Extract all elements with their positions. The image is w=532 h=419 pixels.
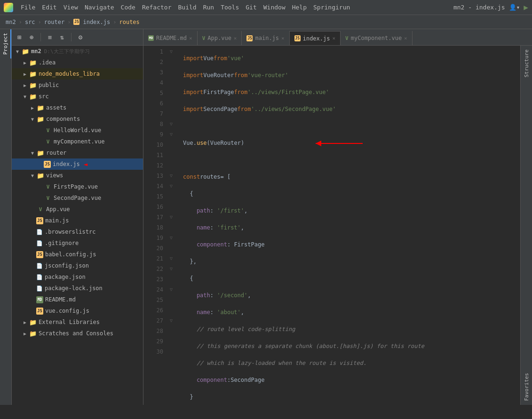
assets-label: assets	[46, 104, 66, 111]
tab-mycomponent[interactable]: V myComponent.vue ×	[341, 31, 413, 45]
menu-window[interactable]: Window	[263, 4, 286, 11]
external-libs-arrow[interactable]: ▶	[21, 320, 29, 325]
code-line-6: Vue.use(VueRouter)	[179, 138, 520, 148]
breadcrumb-router[interactable]: router	[44, 19, 64, 25]
tree-appvue[interactable]: V App.vue	[12, 204, 143, 215]
mycomp-tab-close[interactable]: ×	[404, 35, 407, 41]
appvue-tab-close[interactable]: ×	[234, 35, 237, 41]
tree-helloworld[interactable]: V HelloWorld.vue	[12, 125, 143, 136]
user-icon[interactable]: 👤▾	[509, 4, 520, 11]
file-tree-panel[interactable]: ⊞ ⊕ ≡ ⇅ ⚙ ▼ 📁 mn2 D:\大三下学期学习 ▶ 📁 .idea ▶	[12, 29, 143, 405]
scratches-arrow[interactable]: ▶	[21, 331, 29, 336]
tab-indexjs[interactable]: JS index.js ×	[290, 31, 341, 45]
menu-git[interactable]: Git	[246, 4, 256, 11]
components-folder-icon: 📁	[36, 116, 45, 123]
mainjs-icon: JS	[36, 217, 43, 224]
components-arrow[interactable]: ▼	[29, 117, 36, 122]
idea-folder-icon: 📁	[29, 59, 37, 66]
tree-package[interactable]: 📄 package.json	[12, 271, 143, 283]
tree-indexjs[interactable]: JS index.js ◄	[12, 158, 143, 170]
views-arrow[interactable]: ▼	[29, 173, 36, 178]
tree-gitignore[interactable]: 📄 .gitignore	[12, 237, 143, 249]
indexjs-tab-close[interactable]: ×	[332, 35, 335, 41]
menu-view[interactable]: View	[64, 4, 78, 11]
menu-tools[interactable]: Tools	[221, 4, 239, 11]
menu-build[interactable]: Build	[178, 4, 197, 11]
tab-readme[interactable]: MD README.md ×	[143, 31, 198, 45]
breadcrumb-js-icon: JS	[73, 19, 79, 25]
tree-router[interactable]: ▼ 📁 router	[12, 147, 143, 158]
structure-sidebar: Structure Favorites	[520, 46, 532, 405]
tree-babel[interactable]: JS babel.config.js	[12, 249, 143, 260]
menu-bar: File Edit View Navigate Code Refactor Bu…	[21, 4, 350, 11]
code-line-10: path: '/first',	[179, 206, 520, 216]
expand-icon[interactable]: ⇅	[57, 32, 67, 42]
tree-firstpage[interactable]: V FirstPage.vue	[12, 181, 143, 192]
tab-appvue[interactable]: V App.vue ×	[198, 31, 242, 45]
run-icon[interactable]: ▶	[524, 3, 528, 12]
tree-components[interactable]: ▼ 📁 components	[12, 113, 143, 125]
tree-mycomponent[interactable]: V myComponent.vue	[12, 136, 143, 147]
babel-icon: JS	[36, 251, 43, 258]
menu-code[interactable]: Code	[121, 4, 135, 11]
root-label: mn2	[31, 48, 41, 55]
package-lock-icon: 📄	[36, 285, 43, 292]
tree-views[interactable]: ▼ 📁 views	[12, 170, 143, 181]
collapse-all-icon[interactable]: ≡	[45, 32, 55, 42]
code-content[interactable]: import Vue from 'vue' import VueRouter f…	[175, 46, 520, 405]
indexjs-tab-label: index.js	[303, 35, 330, 42]
router-arrow[interactable]: ▼	[29, 150, 36, 156]
root-arrow[interactable]: ▼	[14, 49, 21, 54]
router-folder-icon: 📁	[36, 150, 45, 157]
views-folder-icon: 📁	[36, 172, 45, 179]
menu-run[interactable]: Run	[203, 4, 214, 11]
menu-springirun[interactable]: Springirun	[313, 4, 350, 11]
breadcrumb-routes[interactable]: routes	[119, 19, 139, 25]
target-icon[interactable]: ⊕	[27, 32, 36, 42]
assets-arrow[interactable]: ▶	[29, 105, 36, 111]
tree-secondpage[interactable]: V SecondPage.vue	[12, 192, 143, 204]
menu-navigate[interactable]: Navigate	[85, 4, 114, 11]
breadcrumb-src[interactable]: src	[25, 19, 35, 25]
tree-root[interactable]: ▼ 📁 mn2 D:\大三下学期学习	[12, 46, 143, 57]
node-modules-arrow[interactable]: ▶	[21, 71, 29, 77]
tree-scratches[interactable]: ▶ 📁 Scratches and Consoles	[12, 328, 143, 339]
red-arrow-indicator: ◄	[84, 160, 87, 168]
tree-public[interactable]: ▶ 📁 public	[12, 79, 143, 91]
mainjs-tab-close[interactable]: ×	[281, 35, 285, 41]
tree-package-lock[interactable]: 📄 package-lock.json	[12, 283, 143, 294]
breadcrumb-mn2[interactable]: mn2	[6, 19, 16, 25]
menu-edit[interactable]: Edit	[42, 4, 56, 11]
breadcrumb-sep1: ›	[19, 19, 22, 25]
firstpage-label: FirstPage.vue	[54, 183, 98, 190]
readme-tab-label: README.md	[156, 35, 187, 41]
tree-readme[interactable]: MD README.md	[12, 294, 143, 305]
tree-node-modules[interactable]: ▶ 📁 node_modules_libra	[12, 68, 143, 79]
menu-help[interactable]: Help	[292, 4, 307, 11]
readme-tab-close[interactable]: ×	[189, 35, 192, 41]
tree-vueconfig[interactable]: JS vue.config.js	[12, 305, 143, 316]
menu-refactor[interactable]: Refactor	[142, 4, 172, 11]
tab-mainjs[interactable]: JS main.js ×	[242, 31, 289, 45]
idea-arrow[interactable]: ▶	[21, 60, 29, 65]
tree-assets[interactable]: ▶ 📁 assets	[12, 102, 143, 113]
code-editor[interactable]: 1 2 3 4 5 6 7 8 9 10 11 12 13 14 15 16 1…	[143, 46, 532, 405]
tab-project[interactable]: Project	[0, 29, 11, 58]
breadcrumb-indexjs[interactable]: index.js	[83, 19, 110, 25]
tree-jsconfig[interactable]: 📄 jsconfig.json	[12, 260, 143, 271]
src-arrow[interactable]: ▼	[21, 94, 29, 99]
tree-external-libs[interactable]: ▶ 📁 External Libraries	[12, 316, 143, 328]
public-arrow[interactable]: ▶	[21, 83, 29, 88]
router-label: router	[46, 150, 66, 156]
tree-src[interactable]: ▼ 📁 src	[12, 91, 143, 102]
menu-file[interactable]: File	[21, 4, 35, 11]
tree-browserslist[interactable]: 📄 .browserslistrc	[12, 226, 143, 237]
tree-mainjs[interactable]: JS main.js	[12, 215, 143, 226]
structure-label[interactable]: Structure	[522, 46, 532, 81]
favorites-label[interactable]: Favorites	[522, 369, 532, 405]
package-icon: 📄	[36, 274, 43, 280]
grid-icon[interactable]: ⊞	[15, 32, 24, 42]
settings-icon[interactable]: ⚙	[76, 32, 85, 42]
tree-idea[interactable]: ▶ 📁 .idea	[12, 57, 143, 68]
indexjs-tab-icon: JS	[294, 35, 301, 41]
